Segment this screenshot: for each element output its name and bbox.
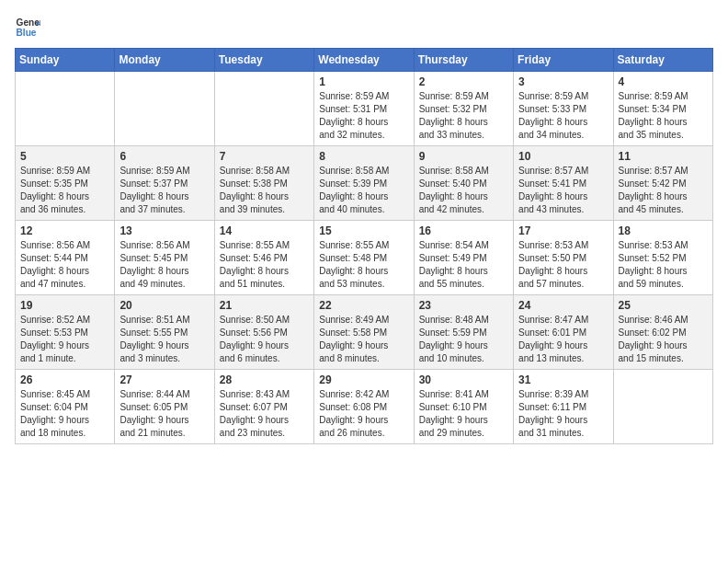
day-info: Sunrise: 8:55 AM Sunset: 5:46 PM Dayligh… xyxy=(220,239,309,291)
calendar-cell: 6Sunrise: 8:59 AM Sunset: 5:37 PM Daylig… xyxy=(115,146,214,221)
day-number: 28 xyxy=(220,373,309,386)
calendar-cell: 15Sunrise: 8:55 AM Sunset: 5:48 PM Dayli… xyxy=(314,221,414,295)
week-row-2: 5Sunrise: 8:59 AM Sunset: 5:35 PM Daylig… xyxy=(16,146,713,221)
day-info: Sunrise: 8:58 AM Sunset: 5:38 PM Dayligh… xyxy=(220,165,309,216)
calendar-cell: 10Sunrise: 8:57 AM Sunset: 5:41 PM Dayli… xyxy=(514,146,613,221)
day-number: 11 xyxy=(619,150,708,163)
weekday-header-saturday: Saturday xyxy=(613,49,712,72)
day-info: Sunrise: 8:49 AM Sunset: 5:58 PM Dayligh… xyxy=(319,314,408,365)
day-number: 8 xyxy=(319,150,408,163)
calendar-cell xyxy=(115,72,214,146)
day-info: Sunrise: 8:56 AM Sunset: 5:45 PM Dayligh… xyxy=(119,239,209,291)
calendar-cell: 21Sunrise: 8:50 AM Sunset: 5:56 PM Dayli… xyxy=(214,295,313,370)
day-info: Sunrise: 8:59 AM Sunset: 5:32 PM Dayligh… xyxy=(419,90,508,142)
day-info: Sunrise: 8:59 AM Sunset: 5:31 PM Dayligh… xyxy=(319,90,408,142)
day-number: 12 xyxy=(20,224,109,237)
calendar-cell: 2Sunrise: 8:59 AM Sunset: 5:32 PM Daylig… xyxy=(414,72,513,146)
day-number: 1 xyxy=(319,75,408,88)
calendar-cell: 24Sunrise: 8:47 AM Sunset: 6:01 PM Dayli… xyxy=(514,295,613,370)
day-info: Sunrise: 8:53 AM Sunset: 5:52 PM Dayligh… xyxy=(619,239,708,291)
day-info: Sunrise: 8:59 AM Sunset: 5:37 PM Dayligh… xyxy=(119,165,209,216)
day-number: 25 xyxy=(619,299,708,312)
day-info: Sunrise: 8:39 AM Sunset: 6:11 PM Dayligh… xyxy=(518,388,608,440)
calendar-cell: 3Sunrise: 8:59 AM Sunset: 5:33 PM Daylig… xyxy=(514,72,613,146)
page-header: General Blue xyxy=(15,15,713,40)
calendar-cell: 31Sunrise: 8:39 AM Sunset: 6:11 PM Dayli… xyxy=(514,370,613,444)
weekday-header-thursday: Thursday xyxy=(414,49,513,72)
calendar-cell: 19Sunrise: 8:52 AM Sunset: 5:53 PM Dayli… xyxy=(16,295,115,370)
day-info: Sunrise: 8:56 AM Sunset: 5:44 PM Dayligh… xyxy=(20,239,109,291)
calendar-cell: 9Sunrise: 8:58 AM Sunset: 5:40 PM Daylig… xyxy=(414,146,513,221)
calendar-cell: 4Sunrise: 8:59 AM Sunset: 5:34 PM Daylig… xyxy=(613,72,712,146)
day-info: Sunrise: 8:57 AM Sunset: 5:42 PM Dayligh… xyxy=(619,165,708,216)
day-number: 30 xyxy=(419,373,508,386)
day-info: Sunrise: 8:59 AM Sunset: 5:35 PM Dayligh… xyxy=(20,165,109,216)
calendar-cell: 11Sunrise: 8:57 AM Sunset: 5:42 PM Dayli… xyxy=(613,146,712,221)
logo-icon: General Blue xyxy=(15,15,40,40)
calendar-cell: 20Sunrise: 8:51 AM Sunset: 5:55 PM Dayli… xyxy=(115,295,214,370)
day-number: 4 xyxy=(619,75,708,88)
day-info: Sunrise: 8:45 AM Sunset: 6:04 PM Dayligh… xyxy=(20,388,109,440)
day-number: 27 xyxy=(119,373,209,386)
day-number: 13 xyxy=(119,224,209,237)
weekday-header-friday: Friday xyxy=(514,49,613,72)
day-info: Sunrise: 8:46 AM Sunset: 6:02 PM Dayligh… xyxy=(619,314,708,365)
calendar-cell: 28Sunrise: 8:43 AM Sunset: 6:07 PM Dayli… xyxy=(214,370,313,444)
calendar-table: SundayMondayTuesdayWednesdayThursdayFrid… xyxy=(15,48,713,444)
calendar-cell: 8Sunrise: 8:58 AM Sunset: 5:39 PM Daylig… xyxy=(314,146,414,221)
day-info: Sunrise: 8:57 AM Sunset: 5:41 PM Dayligh… xyxy=(518,165,608,216)
day-info: Sunrise: 8:58 AM Sunset: 5:39 PM Dayligh… xyxy=(319,165,408,216)
day-number: 10 xyxy=(518,150,608,163)
day-info: Sunrise: 8:50 AM Sunset: 5:56 PM Dayligh… xyxy=(220,314,309,365)
day-number: 3 xyxy=(518,75,608,88)
calendar-cell: 17Sunrise: 8:53 AM Sunset: 5:50 PM Dayli… xyxy=(514,221,613,295)
day-info: Sunrise: 8:41 AM Sunset: 6:10 PM Dayligh… xyxy=(419,388,508,440)
day-number: 22 xyxy=(319,299,408,312)
day-number: 7 xyxy=(220,150,309,163)
day-number: 18 xyxy=(619,224,708,237)
day-info: Sunrise: 8:52 AM Sunset: 5:53 PM Dayligh… xyxy=(20,314,109,365)
calendar-cell: 29Sunrise: 8:42 AM Sunset: 6:08 PM Dayli… xyxy=(314,370,414,444)
day-info: Sunrise: 8:42 AM Sunset: 6:08 PM Dayligh… xyxy=(319,388,408,440)
calendar-cell xyxy=(16,72,115,146)
calendar-cell: 16Sunrise: 8:54 AM Sunset: 5:49 PM Dayli… xyxy=(414,221,513,295)
day-number: 2 xyxy=(419,75,508,88)
calendar-cell: 27Sunrise: 8:44 AM Sunset: 6:05 PM Dayli… xyxy=(115,370,214,444)
day-number: 31 xyxy=(518,373,608,386)
calendar-cell: 22Sunrise: 8:49 AM Sunset: 5:58 PM Dayli… xyxy=(314,295,414,370)
weekday-header-wednesday: Wednesday xyxy=(314,49,414,72)
day-number: 26 xyxy=(20,373,109,386)
calendar-cell: 13Sunrise: 8:56 AM Sunset: 5:45 PM Dayli… xyxy=(115,221,214,295)
calendar-cell: 23Sunrise: 8:48 AM Sunset: 5:59 PM Dayli… xyxy=(414,295,513,370)
week-row-1: 1Sunrise: 8:59 AM Sunset: 5:31 PM Daylig… xyxy=(16,72,713,146)
weekday-header-tuesday: Tuesday xyxy=(214,49,313,72)
day-info: Sunrise: 8:53 AM Sunset: 5:50 PM Dayligh… xyxy=(518,239,608,291)
calendar-cell: 7Sunrise: 8:58 AM Sunset: 5:38 PM Daylig… xyxy=(214,146,313,221)
calendar-cell xyxy=(613,370,712,444)
day-info: Sunrise: 8:55 AM Sunset: 5:48 PM Dayligh… xyxy=(319,239,408,291)
weekday-header-sunday: Sunday xyxy=(16,49,115,72)
week-row-5: 26Sunrise: 8:45 AM Sunset: 6:04 PM Dayli… xyxy=(16,370,713,444)
day-info: Sunrise: 8:51 AM Sunset: 5:55 PM Dayligh… xyxy=(119,314,209,365)
day-number: 19 xyxy=(20,299,109,312)
week-row-4: 19Sunrise: 8:52 AM Sunset: 5:53 PM Dayli… xyxy=(16,295,713,370)
week-row-3: 12Sunrise: 8:56 AM Sunset: 5:44 PM Dayli… xyxy=(16,221,713,295)
day-number: 5 xyxy=(20,150,109,163)
day-number: 17 xyxy=(518,224,608,237)
day-number: 15 xyxy=(319,224,408,237)
day-number: 14 xyxy=(220,224,309,237)
calendar-cell: 14Sunrise: 8:55 AM Sunset: 5:46 PM Dayli… xyxy=(214,221,313,295)
day-number: 23 xyxy=(419,299,508,312)
day-number: 16 xyxy=(419,224,508,237)
weekday-header-row: SundayMondayTuesdayWednesdayThursdayFrid… xyxy=(16,49,713,72)
day-info: Sunrise: 8:58 AM Sunset: 5:40 PM Dayligh… xyxy=(419,165,508,216)
calendar-cell: 18Sunrise: 8:53 AM Sunset: 5:52 PM Dayli… xyxy=(613,221,712,295)
calendar-cell: 12Sunrise: 8:56 AM Sunset: 5:44 PM Dayli… xyxy=(16,221,115,295)
calendar-cell xyxy=(214,72,313,146)
day-number: 6 xyxy=(119,150,209,163)
day-number: 21 xyxy=(220,299,309,312)
calendar-cell: 1Sunrise: 8:59 AM Sunset: 5:31 PM Daylig… xyxy=(314,72,414,146)
day-number: 24 xyxy=(518,299,608,312)
day-info: Sunrise: 8:59 AM Sunset: 5:34 PM Dayligh… xyxy=(619,90,708,142)
logo: General Blue xyxy=(15,15,44,40)
